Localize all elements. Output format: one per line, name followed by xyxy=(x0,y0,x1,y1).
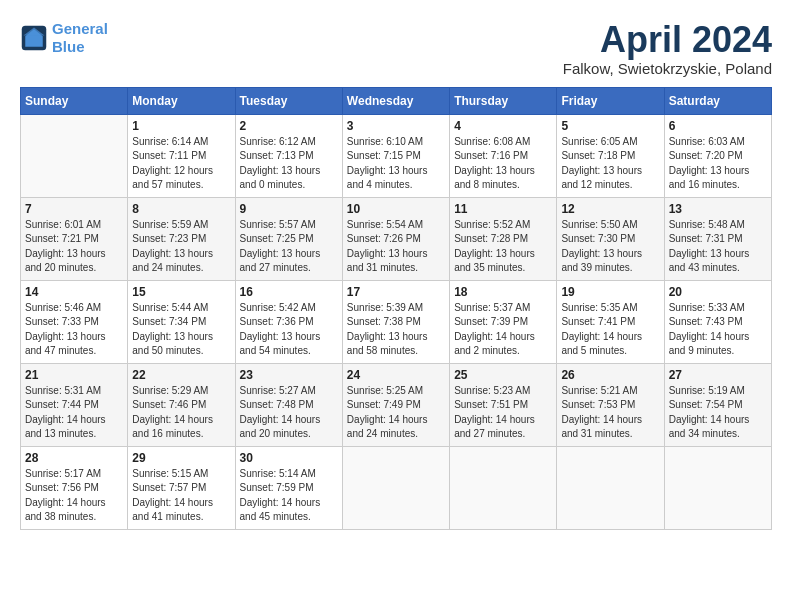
day-number: 27 xyxy=(669,368,767,382)
day-number: 23 xyxy=(240,368,338,382)
day-header-tuesday: Tuesday xyxy=(235,87,342,114)
calendar-cell: 14Sunrise: 5:46 AM Sunset: 7:33 PM Dayli… xyxy=(21,280,128,363)
calendar-cell: 1Sunrise: 6:14 AM Sunset: 7:11 PM Daylig… xyxy=(128,114,235,197)
calendar-cell: 4Sunrise: 6:08 AM Sunset: 7:16 PM Daylig… xyxy=(450,114,557,197)
week-row-3: 14Sunrise: 5:46 AM Sunset: 7:33 PM Dayli… xyxy=(21,280,772,363)
day-info: Sunrise: 5:17 AM Sunset: 7:56 PM Dayligh… xyxy=(25,467,123,525)
calendar-cell xyxy=(342,446,449,529)
calendar-cell: 16Sunrise: 5:42 AM Sunset: 7:36 PM Dayli… xyxy=(235,280,342,363)
day-info: Sunrise: 5:35 AM Sunset: 7:41 PM Dayligh… xyxy=(561,301,659,359)
day-info: Sunrise: 5:25 AM Sunset: 7:49 PM Dayligh… xyxy=(347,384,445,442)
day-number: 24 xyxy=(347,368,445,382)
calendar-cell xyxy=(557,446,664,529)
calendar-cell: 5Sunrise: 6:05 AM Sunset: 7:18 PM Daylig… xyxy=(557,114,664,197)
day-info: Sunrise: 5:19 AM Sunset: 7:54 PM Dayligh… xyxy=(669,384,767,442)
calendar-cell: 10Sunrise: 5:54 AM Sunset: 7:26 PM Dayli… xyxy=(342,197,449,280)
calendar-cell: 13Sunrise: 5:48 AM Sunset: 7:31 PM Dayli… xyxy=(664,197,771,280)
day-info: Sunrise: 5:21 AM Sunset: 7:53 PM Dayligh… xyxy=(561,384,659,442)
calendar-cell: 12Sunrise: 5:50 AM Sunset: 7:30 PM Dayli… xyxy=(557,197,664,280)
day-info: Sunrise: 6:03 AM Sunset: 7:20 PM Dayligh… xyxy=(669,135,767,193)
calendar-cell: 25Sunrise: 5:23 AM Sunset: 7:51 PM Dayli… xyxy=(450,363,557,446)
day-info: Sunrise: 5:33 AM Sunset: 7:43 PM Dayligh… xyxy=(669,301,767,359)
day-info: Sunrise: 5:54 AM Sunset: 7:26 PM Dayligh… xyxy=(347,218,445,276)
day-header-sunday: Sunday xyxy=(21,87,128,114)
page-container: General Blue April 2024 Falkow, Swietokr… xyxy=(0,0,792,540)
day-number: 14 xyxy=(25,285,123,299)
day-info: Sunrise: 5:23 AM Sunset: 7:51 PM Dayligh… xyxy=(454,384,552,442)
logo: General Blue xyxy=(20,20,108,56)
day-number: 3 xyxy=(347,119,445,133)
day-info: Sunrise: 5:14 AM Sunset: 7:59 PM Dayligh… xyxy=(240,467,338,525)
calendar-cell: 19Sunrise: 5:35 AM Sunset: 7:41 PM Dayli… xyxy=(557,280,664,363)
day-number: 29 xyxy=(132,451,230,465)
week-row-2: 7Sunrise: 6:01 AM Sunset: 7:21 PM Daylig… xyxy=(21,197,772,280)
week-row-1: 1Sunrise: 6:14 AM Sunset: 7:11 PM Daylig… xyxy=(21,114,772,197)
calendar-cell: 2Sunrise: 6:12 AM Sunset: 7:13 PM Daylig… xyxy=(235,114,342,197)
calendar-cell: 6Sunrise: 6:03 AM Sunset: 7:20 PM Daylig… xyxy=(664,114,771,197)
day-info: Sunrise: 5:46 AM Sunset: 7:33 PM Dayligh… xyxy=(25,301,123,359)
header: General Blue April 2024 Falkow, Swietokr… xyxy=(20,20,772,77)
calendar-cell: 18Sunrise: 5:37 AM Sunset: 7:39 PM Dayli… xyxy=(450,280,557,363)
day-header-wednesday: Wednesday xyxy=(342,87,449,114)
day-info: Sunrise: 6:10 AM Sunset: 7:15 PM Dayligh… xyxy=(347,135,445,193)
week-row-4: 21Sunrise: 5:31 AM Sunset: 7:44 PM Dayli… xyxy=(21,363,772,446)
calendar-cell: 8Sunrise: 5:59 AM Sunset: 7:23 PM Daylig… xyxy=(128,197,235,280)
day-info: Sunrise: 5:48 AM Sunset: 7:31 PM Dayligh… xyxy=(669,218,767,276)
title-block: April 2024 Falkow, Swietokrzyskie, Polan… xyxy=(563,20,772,77)
calendar-cell: 24Sunrise: 5:25 AM Sunset: 7:49 PM Dayli… xyxy=(342,363,449,446)
logo-text: General Blue xyxy=(52,20,108,56)
day-number: 20 xyxy=(669,285,767,299)
day-info: Sunrise: 5:15 AM Sunset: 7:57 PM Dayligh… xyxy=(132,467,230,525)
day-header-friday: Friday xyxy=(557,87,664,114)
day-number: 30 xyxy=(240,451,338,465)
day-number: 12 xyxy=(561,202,659,216)
calendar-cell: 22Sunrise: 5:29 AM Sunset: 7:46 PM Dayli… xyxy=(128,363,235,446)
calendar-cell: 15Sunrise: 5:44 AM Sunset: 7:34 PM Dayli… xyxy=(128,280,235,363)
logo-line2: Blue xyxy=(52,38,85,55)
day-number: 16 xyxy=(240,285,338,299)
calendar-cell: 26Sunrise: 5:21 AM Sunset: 7:53 PM Dayli… xyxy=(557,363,664,446)
day-number: 26 xyxy=(561,368,659,382)
day-info: Sunrise: 5:50 AM Sunset: 7:30 PM Dayligh… xyxy=(561,218,659,276)
calendar-cell: 29Sunrise: 5:15 AM Sunset: 7:57 PM Dayli… xyxy=(128,446,235,529)
day-number: 11 xyxy=(454,202,552,216)
day-number: 22 xyxy=(132,368,230,382)
day-number: 21 xyxy=(25,368,123,382)
day-number: 7 xyxy=(25,202,123,216)
day-header-monday: Monday xyxy=(128,87,235,114)
day-info: Sunrise: 5:27 AM Sunset: 7:48 PM Dayligh… xyxy=(240,384,338,442)
day-number: 5 xyxy=(561,119,659,133)
day-info: Sunrise: 6:01 AM Sunset: 7:21 PM Dayligh… xyxy=(25,218,123,276)
calendar-cell xyxy=(664,446,771,529)
logo-icon xyxy=(20,24,48,52)
day-header-row: SundayMondayTuesdayWednesdayThursdayFrid… xyxy=(21,87,772,114)
day-info: Sunrise: 5:59 AM Sunset: 7:23 PM Dayligh… xyxy=(132,218,230,276)
day-header-saturday: Saturday xyxy=(664,87,771,114)
calendar-cell: 28Sunrise: 5:17 AM Sunset: 7:56 PM Dayli… xyxy=(21,446,128,529)
day-info: Sunrise: 5:57 AM Sunset: 7:25 PM Dayligh… xyxy=(240,218,338,276)
day-number: 25 xyxy=(454,368,552,382)
day-header-thursday: Thursday xyxy=(450,87,557,114)
calendar-cell: 3Sunrise: 6:10 AM Sunset: 7:15 PM Daylig… xyxy=(342,114,449,197)
day-number: 18 xyxy=(454,285,552,299)
day-number: 17 xyxy=(347,285,445,299)
calendar-table: SundayMondayTuesdayWednesdayThursdayFrid… xyxy=(20,87,772,530)
month-title: April 2024 xyxy=(563,20,772,60)
day-number: 2 xyxy=(240,119,338,133)
day-number: 19 xyxy=(561,285,659,299)
calendar-cell: 21Sunrise: 5:31 AM Sunset: 7:44 PM Dayli… xyxy=(21,363,128,446)
day-info: Sunrise: 5:39 AM Sunset: 7:38 PM Dayligh… xyxy=(347,301,445,359)
calendar-cell: 7Sunrise: 6:01 AM Sunset: 7:21 PM Daylig… xyxy=(21,197,128,280)
day-info: Sunrise: 5:29 AM Sunset: 7:46 PM Dayligh… xyxy=(132,384,230,442)
day-info: Sunrise: 6:14 AM Sunset: 7:11 PM Dayligh… xyxy=(132,135,230,193)
calendar-cell: 30Sunrise: 5:14 AM Sunset: 7:59 PM Dayli… xyxy=(235,446,342,529)
calendar-cell: 9Sunrise: 5:57 AM Sunset: 7:25 PM Daylig… xyxy=(235,197,342,280)
day-info: Sunrise: 5:42 AM Sunset: 7:36 PM Dayligh… xyxy=(240,301,338,359)
day-info: Sunrise: 5:31 AM Sunset: 7:44 PM Dayligh… xyxy=(25,384,123,442)
day-info: Sunrise: 6:05 AM Sunset: 7:18 PM Dayligh… xyxy=(561,135,659,193)
calendar-cell xyxy=(450,446,557,529)
calendar-cell: 11Sunrise: 5:52 AM Sunset: 7:28 PM Dayli… xyxy=(450,197,557,280)
day-number: 1 xyxy=(132,119,230,133)
calendar-cell: 23Sunrise: 5:27 AM Sunset: 7:48 PM Dayli… xyxy=(235,363,342,446)
day-number: 13 xyxy=(669,202,767,216)
